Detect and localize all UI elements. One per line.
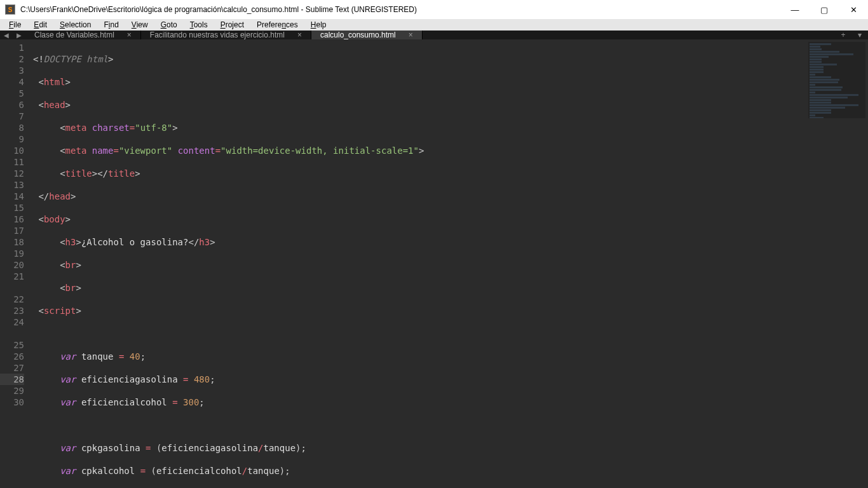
- tab-close-icon[interactable]: ×: [127, 30, 132, 39]
- line-number: 9: [0, 133, 24, 145]
- tab-nav-back[interactable]: ◀: [0, 30, 13, 39]
- minimap[interactable]: [808, 42, 865, 118]
- tab-label: calculo_consumo.html: [320, 30, 396, 39]
- app-icon: S: [5, 4, 15, 15]
- line-number: 16: [0, 214, 24, 225]
- line-number: 29: [0, 385, 24, 396]
- line-number: 18: [0, 236, 24, 248]
- line-number-gutter: 123456789101112131415161718192021 222324…: [0, 39, 31, 488]
- tab-close-icon[interactable]: ×: [409, 30, 413, 39]
- menu-edit[interactable]: Edit: [27, 19, 53, 30]
- menu-project[interactable]: Project: [214, 19, 250, 30]
- line-number: 7: [0, 111, 24, 122]
- line-number: 26: [0, 351, 24, 362]
- menu-view[interactable]: View: [125, 19, 154, 30]
- line-number: 1: [0, 42, 24, 53]
- window-titlebar: S C:\Users\Frank\OneDrive\Escritorio\lóg…: [0, 0, 868, 19]
- tab-0[interactable]: Clase de Variables.html ×: [25, 30, 141, 39]
- line-number: 23: [0, 305, 24, 316]
- menu-goto[interactable]: Goto: [154, 19, 184, 30]
- line-number: 2: [0, 53, 24, 65]
- line-number: 24: [0, 316, 24, 328]
- line-number: 10: [0, 145, 24, 156]
- line-number: 6: [0, 99, 24, 111]
- menu-tools[interactable]: Tools: [184, 19, 214, 30]
- minimize-button[interactable]: —: [780, 0, 810, 19]
- line-number: 19: [0, 248, 24, 259]
- menu-preferences[interactable]: Preferences: [250, 19, 304, 30]
- menu-help[interactable]: Help: [304, 19, 333, 30]
- code-area[interactable]: <!DOCTYPE html> <html> <head> <meta char…: [31, 39, 868, 488]
- close-button[interactable]: ✕: [839, 0, 868, 19]
- window-buttons: — ▢ ✕: [780, 0, 868, 19]
- line-number: 14: [0, 191, 24, 202]
- line-number: 15: [0, 202, 24, 214]
- tab-label: Clase de Variables.html: [34, 30, 114, 39]
- menu-selection[interactable]: Selection: [53, 19, 97, 30]
- line-number: 22: [0, 294, 24, 305]
- new-tab-button[interactable]: +: [835, 30, 851, 39]
- line-number: 17: [0, 225, 24, 236]
- menubar: File Edit Selection Find View Goto Tools…: [0, 19, 868, 30]
- window-title: C:\Users\Frank\OneDrive\Escritorio\lógic…: [20, 5, 780, 14]
- line-number: 5: [0, 88, 24, 99]
- tab-2[interactable]: calculo_consumo.html ×: [311, 30, 423, 39]
- maximize-button[interactable]: ▢: [810, 0, 839, 19]
- line-number: 4: [0, 76, 24, 88]
- line-number: 21: [0, 271, 24, 282]
- menu-find[interactable]: Find: [97, 19, 125, 30]
- line-number: 11: [0, 156, 24, 168]
- tab-menu-button[interactable]: ▾: [851, 30, 868, 39]
- tab-label: Facilitando nuestras vidas ejercicio.htm…: [150, 30, 285, 39]
- line-number: 12: [0, 168, 24, 179]
- line-number: 13: [0, 179, 24, 191]
- line-number: 25: [0, 339, 24, 351]
- line-number: 30: [0, 396, 24, 408]
- line-number: 3: [0, 65, 24, 76]
- line-number: 27: [0, 362, 24, 374]
- line-number: 8: [0, 122, 24, 133]
- tab-nav-forward[interactable]: ▶: [13, 30, 25, 39]
- tab-close-icon[interactable]: ×: [297, 30, 302, 39]
- tab-1[interactable]: Facilitando nuestras vidas ejercicio.htm…: [141, 30, 311, 39]
- line-number: 28: [0, 374, 24, 385]
- menu-file[interactable]: File: [3, 19, 27, 30]
- tabbar: ◀ ▶ Clase de Variables.html × Facilitand…: [0, 30, 868, 39]
- editor[interactable]: 123456789101112131415161718192021 222324…: [0, 39, 868, 488]
- line-number: 20: [0, 259, 24, 271]
